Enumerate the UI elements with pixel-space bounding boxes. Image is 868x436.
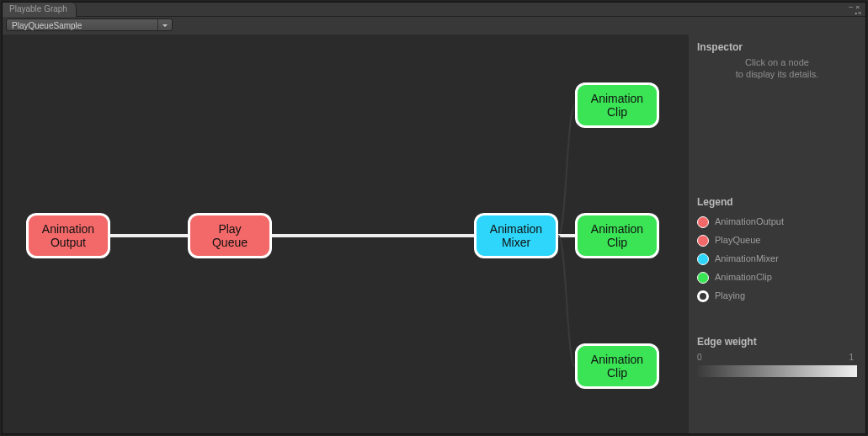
legend-item: AnimationMixer: [697, 252, 857, 270]
node-clip3[interactable]: Animation Clip: [575, 343, 659, 389]
sidebar: Inspector Click on a node to display its…: [689, 35, 865, 433]
node-out[interactable]: Animation Output: [26, 213, 110, 258]
legend-label: PlayQueue: [715, 235, 760, 245]
node-queue[interactable]: Play Queue: [188, 213, 272, 258]
window: Playable Graph –✕ •≡ PlayQueueSample Ani…: [2, 2, 866, 434]
edge-weight-range: 0 1: [697, 353, 857, 363]
edge-mixer-clip1: [558, 105, 575, 236]
edge-weight-title: Edge weight: [697, 336, 857, 348]
toolbar: PlayQueueSample: [3, 17, 865, 34]
legend-swatch: [697, 235, 709, 247]
inspector-panel: Inspector Click on a node to display its…: [689, 35, 865, 80]
legend-item: AnimationOutput: [697, 215, 857, 233]
body: Animation OutputPlay QueueAnimation Mixe…: [3, 35, 865, 433]
edge-weight-gradient: [697, 365, 857, 377]
node-mixer[interactable]: Animation Mixer: [474, 213, 558, 258]
legend-label: AnimationOutput: [715, 216, 784, 226]
chevron-down-icon: [162, 24, 168, 28]
edge-mixer-clip3: [558, 236, 575, 366]
edge-weight-panel: Edge weight 0 1: [697, 336, 857, 377]
window-tab[interactable]: Playable Graph: [3, 3, 77, 17]
legend-title: Legend: [697, 196, 857, 208]
titlebar: Playable Graph –✕ •≡: [3, 3, 865, 17]
legend-item: AnimationClip: [697, 270, 857, 289]
dropdown-value: PlayQueueSample: [12, 21, 82, 30]
legend-swatch: [697, 290, 709, 302]
legend-label: AnimationMixer: [715, 253, 779, 263]
legend-item: PlayQueue: [697, 233, 857, 252]
legend-label: Playing: [715, 290, 745, 300]
graph-canvas[interactable]: Animation OutputPlay QueueAnimation Mixe…: [3, 35, 689, 433]
legend-panel: Legend AnimationOutputPlayQueueAnimation…: [697, 196, 857, 307]
legend-swatch: [697, 216, 709, 228]
graph-selector-dropdown[interactable]: PlayQueueSample: [6, 19, 173, 31]
legend-label: AnimationClip: [715, 272, 772, 282]
legend-swatch: [697, 272, 709, 284]
inspector-hint: Click on a node to display its details.: [697, 56, 857, 80]
window-menu-icon[interactable]: •≡: [855, 10, 862, 16]
node-clip1[interactable]: Animation Clip: [575, 82, 659, 128]
legend-item: Playing: [697, 289, 857, 307]
legend-swatch: [697, 253, 709, 265]
inspector-title: Inspector: [697, 41, 857, 53]
node-clip2[interactable]: Animation Clip: [575, 213, 659, 258]
